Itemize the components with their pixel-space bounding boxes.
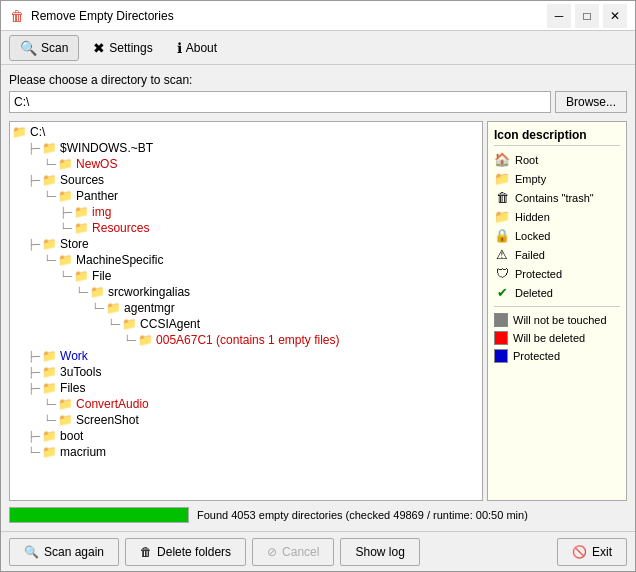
toolbar: 🔍 Scan ✖ Settings ℹ About: [1, 31, 635, 65]
legend-divider-1: [494, 306, 620, 307]
tree-item[interactable]: ├─📁Work: [12, 348, 480, 364]
legend-trash: 🗑 Contains "trash": [494, 190, 620, 205]
maximize-button[interactable]: □: [575, 4, 599, 28]
legend-failed: ⚠ Failed: [494, 247, 620, 262]
tree-item[interactable]: └─📁Panther: [12, 188, 480, 204]
hidden-icon: 📁: [494, 209, 510, 224]
content-area: Please choose a directory to scan: Brows…: [1, 65, 635, 531]
trash-icon: 🗑: [494, 190, 510, 205]
dir-row: Browse...: [9, 91, 627, 113]
legend-trash-label: Contains "trash": [515, 192, 594, 204]
deleted-icon: ✔: [494, 285, 510, 300]
tree-panel[interactable]: 📁C:\├─📁$WINDOWS.~BT└─📁NewOS├─📁Sources└─📁…: [9, 121, 483, 501]
tree-item[interactable]: └─📁MachineSpecific: [12, 252, 480, 268]
tree-item[interactable]: ├─📁Sources: [12, 172, 480, 188]
tree-item[interactable]: └─📁NewOS: [12, 156, 480, 172]
cancel-label: Cancel: [282, 545, 319, 559]
tree-item[interactable]: └─📁ScreenShot: [12, 412, 480, 428]
legend-failed-label: Failed: [515, 249, 545, 261]
tree-item[interactable]: └─📁agentmgr: [12, 300, 480, 316]
tree-item[interactable]: ├─📁Files: [12, 380, 480, 396]
legend-root-label: Root: [515, 154, 538, 166]
browse-button[interactable]: Browse...: [555, 91, 627, 113]
delete-folders-button[interactable]: 🗑 Delete folders: [125, 538, 246, 566]
legend-empty: 📁 Empty: [494, 171, 620, 186]
exit-icon: 🚫: [572, 545, 587, 559]
titlebar: 🗑 Remove Empty Directories ─ □ ✕: [1, 1, 635, 31]
action-bar: 🔍 Scan again 🗑 Delete folders ⊘ Cancel S…: [1, 531, 635, 571]
scan-again-label: Scan again: [44, 545, 104, 559]
tree-item[interactable]: ├─📁boot: [12, 428, 480, 444]
tree-item[interactable]: └─📁ConvertAudio: [12, 396, 480, 412]
about-icon: ℹ: [177, 40, 182, 56]
tree-item[interactable]: ├─📁Store: [12, 236, 480, 252]
cancel-button[interactable]: ⊘ Cancel: [252, 538, 334, 566]
empty-icon: 📁: [494, 171, 510, 186]
legend-title: Icon description: [494, 128, 620, 146]
settings-button[interactable]: ✖ Settings: [83, 36, 162, 60]
about-button[interactable]: ℹ About: [167, 36, 227, 60]
legend-locked: 🔒 Locked: [494, 228, 620, 243]
legend-locked-label: Locked: [515, 230, 550, 242]
tree-item[interactable]: ├─📁img: [12, 204, 480, 220]
window-controls: ─ □ ✕: [547, 4, 627, 28]
scan-again-button[interactable]: 🔍 Scan again: [9, 538, 119, 566]
tree-item[interactable]: └─📁CCSIAgent: [12, 316, 480, 332]
delete-folders-label: Delete folders: [157, 545, 231, 559]
legend-hidden: 📁 Hidden: [494, 209, 620, 224]
willdelete-color: [494, 331, 508, 345]
show-log-label: Show log: [355, 545, 404, 559]
legend-notouched: Will not be touched: [494, 313, 620, 327]
progress-bar: [10, 508, 188, 522]
main-panel: 📁C:\├─📁$WINDOWS.~BT└─📁NewOS├─📁Sources└─📁…: [9, 121, 627, 501]
legend-empty-label: Empty: [515, 173, 546, 185]
legend-hidden-label: Hidden: [515, 211, 550, 223]
scan-icon: 🔍: [20, 40, 37, 56]
scan-button[interactable]: 🔍 Scan: [9, 35, 79, 61]
show-log-button[interactable]: Show log: [340, 538, 419, 566]
exit-button[interactable]: 🚫 Exit: [557, 538, 627, 566]
tree-item[interactable]: └─📁File: [12, 268, 480, 284]
dir-input[interactable]: [9, 91, 551, 113]
dir-label: Please choose a directory to scan:: [9, 73, 627, 87]
minimize-button[interactable]: ─: [547, 4, 571, 28]
legend-deleted-label: Deleted: [515, 287, 553, 299]
legend-notouched-label: Will not be touched: [513, 314, 607, 326]
root-icon: 🏠: [494, 152, 510, 167]
main-window: 🗑 Remove Empty Directories ─ □ ✕ 🔍 Scan …: [0, 0, 636, 572]
progress-text: Found 4053 empty directories (checked 49…: [197, 509, 528, 521]
window-title: Remove Empty Directories: [31, 9, 547, 23]
tree-item[interactable]: └─📁srcworkingalias: [12, 284, 480, 300]
delete-folders-icon: 🗑: [140, 545, 152, 559]
protected-icon: 🛡: [494, 266, 510, 281]
cancel-icon: ⊘: [267, 545, 277, 559]
tree-item[interactable]: └─📁macrium: [12, 444, 480, 460]
failed-icon: ⚠: [494, 247, 510, 262]
settings-icon: ✖: [93, 40, 105, 56]
legend-protected-label: Protected: [515, 268, 562, 280]
legend-willdelete: Will be deleted: [494, 331, 620, 345]
progress-bar-container: [9, 507, 189, 523]
tree-item[interactable]: 📁C:\: [12, 124, 480, 140]
legend-panel: Icon description 🏠 Root 📁 Empty 🗑 Contai…: [487, 121, 627, 501]
legend-blueprot: Protected: [494, 349, 620, 363]
tree-item[interactable]: ├─📁$WINDOWS.~BT: [12, 140, 480, 156]
exit-label: Exit: [592, 545, 612, 559]
legend-blueprot-label: Protected: [513, 350, 560, 362]
tree-item[interactable]: └─📁Resources: [12, 220, 480, 236]
legend-deleted: ✔ Deleted: [494, 285, 620, 300]
scan-again-icon: 🔍: [24, 545, 39, 559]
notouched-color: [494, 313, 508, 327]
progress-area: Found 4053 empty directories (checked 49…: [9, 507, 627, 523]
app-icon: 🗑: [9, 8, 25, 24]
locked-icon: 🔒: [494, 228, 510, 243]
tree-item[interactable]: ├─📁3uTools: [12, 364, 480, 380]
tree-item[interactable]: └─📁005A67C1 (contains 1 empty files): [12, 332, 480, 348]
close-button[interactable]: ✕: [603, 4, 627, 28]
legend-protected: 🛡 Protected: [494, 266, 620, 281]
blueprot-color: [494, 349, 508, 363]
legend-root: 🏠 Root: [494, 152, 620, 167]
legend-willdelete-label: Will be deleted: [513, 332, 585, 344]
